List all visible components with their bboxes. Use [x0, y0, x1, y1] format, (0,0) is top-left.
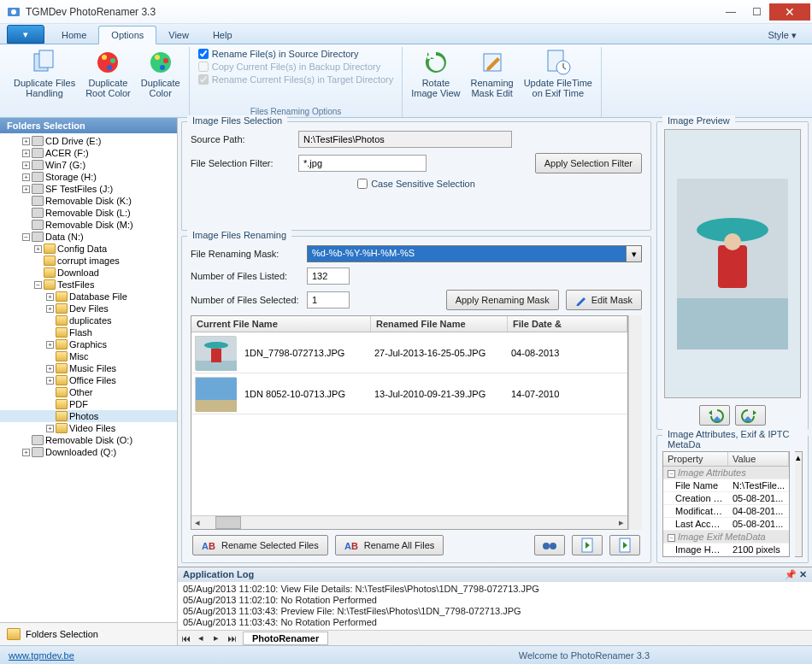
vertical-scrollbar[interactable] — [628, 315, 642, 530]
svg-rect-32 — [718, 245, 747, 288]
file-table[interactable]: Current File Name Renamed File Name File… — [191, 315, 628, 530]
tree-item[interactable]: +Win7 (G:) — [0, 159, 177, 171]
copy-backup-checkbox[interactable]: Copy Current File(s) in Backup Directory — [198, 62, 394, 72]
tree-item[interactable]: −Data (N:) — [0, 231, 177, 243]
maximize-button[interactable]: ☐ — [744, 3, 769, 21]
rename-all-button[interactable]: AB Rename All Files — [335, 535, 444, 555]
rotate-right-button[interactable] — [735, 405, 766, 426]
tree-item[interactable]: +Office Files — [0, 374, 177, 386]
palette-icon — [94, 49, 121, 76]
edit-mask-button[interactable]: Edit Mask — [566, 290, 642, 310]
rotate-view-button[interactable]: Rotate Image View — [408, 47, 463, 100]
mask-dropdown[interactable]: %d-%b-%Y-%H-%M-%S ▾ — [307, 245, 642, 262]
mask-edit-button[interactable]: Renaming Mask Edit — [468, 47, 517, 100]
tree-item[interactable]: Removable Disk (M:) — [0, 219, 177, 231]
apply-filter-button[interactable]: Apply Selection Filter — [535, 153, 642, 173]
case-sensitive-checkbox[interactable]: Case Sensitive Selection — [357, 179, 475, 189]
attr-section[interactable]: −Image Attributes — [663, 467, 789, 479]
log-nav[interactable]: ⏮◂▸⏭ PhotoRenamer — [178, 630, 812, 645]
tab-home[interactable]: Home — [50, 26, 98, 44]
tree-item[interactable]: −TestFiles — [0, 279, 177, 291]
rotate-icon — [422, 49, 450, 76]
tree-item[interactable]: +Dev Files — [0, 303, 177, 314]
folder-pane-header: Folders Selection — [0, 118, 177, 133]
source-path-input[interactable] — [298, 131, 512, 148]
tree-item[interactable]: +Storage (H:) — [0, 171, 177, 183]
drive-icon — [32, 220, 44, 230]
col-date[interactable]: File Date & — [508, 316, 627, 332]
tree-item[interactable]: Removable Disk (L:) — [0, 207, 177, 219]
minimize-button[interactable]: — — [718, 3, 744, 21]
log-tab[interactable]: PhotoRenamer — [243, 632, 328, 645]
tree-item[interactable]: PDF — [0, 398, 177, 410]
tree-item[interactable]: +Graphics — [0, 338, 177, 350]
folder-tree[interactable]: +CD Drive (E:)+ACER (F:)+Win7 (G:)+Stora… — [0, 133, 177, 622]
tree-item[interactable]: Misc — [0, 350, 177, 362]
attr-row: File NameN:\TestFile... — [663, 479, 789, 492]
tree-item[interactable]: +Music Files — [0, 362, 177, 374]
tree-item[interactable]: +Config Data — [0, 243, 177, 255]
svg-rect-3 — [39, 50, 53, 68]
rotate-left-button[interactable] — [699, 405, 730, 426]
tree-item[interactable]: Flash — [0, 326, 177, 338]
rename-selected-button[interactable]: AB Rename Selected Files — [192, 535, 328, 555]
tree-item[interactable]: +Video Files — [0, 422, 177, 434]
tree-item[interactable]: corrupt images — [0, 255, 177, 267]
tree-item[interactable]: Removable Disk (O:) — [0, 434, 177, 446]
menu-bar: ▾ Home Options View Help Style ▾ — [0, 24, 812, 44]
rename-source-checkbox[interactable]: Rename File(s) in Source Directory — [198, 49, 394, 59]
tree-item[interactable]: Download — [0, 267, 177, 279]
tree-item[interactable]: +Database File — [0, 291, 177, 303]
update-filetime-button[interactable]: Update FileTime on Exif Time — [521, 47, 596, 100]
image-renaming-group: Image Files Renaming File Renaming Mask:… — [181, 236, 651, 563]
duplicate-color-button[interactable]: Duplicate Color — [138, 47, 184, 100]
folder-icon — [56, 363, 68, 373]
app-menu-button[interactable]: ▾ — [7, 25, 44, 44]
website-link[interactable]: www.tgmdev.be — [9, 650, 74, 661]
horizontal-scrollbar[interactable]: ◂▸ — [191, 515, 627, 529]
next-file-button[interactable] — [609, 535, 640, 555]
folder-icon — [56, 375, 68, 385]
svg-point-33 — [724, 233, 741, 250]
attr-section[interactable]: −Image Exif MetaData — [663, 531, 789, 544]
folder-pane-footer[interactable]: Folders Selection — [0, 622, 177, 645]
attrs-grid[interactable]: Property Value −Image AttributesFile Nam… — [662, 451, 790, 557]
rotate-left-icon — [705, 408, 724, 423]
palette-icon — [147, 49, 174, 76]
col-renamed[interactable]: Renamed File Name — [371, 316, 508, 332]
tree-item[interactable]: Photos — [0, 410, 177, 422]
filter-input[interactable] — [298, 155, 427, 172]
tree-item[interactable]: +ACER (F:) — [0, 147, 177, 159]
table-row[interactable]: 1DN 8052-10-0713.JPG13-Jul-2010-09-21-39… — [191, 373, 627, 414]
tree-item[interactable]: +SF TestFiles (J:) — [0, 183, 177, 195]
duplicate-root-color-button[interactable]: Duplicate Root Color — [82, 47, 134, 100]
search-button[interactable] — [534, 535, 565, 555]
table-row[interactable]: 1DN_7798-072713.JPG27-Jul-2013-16-25-05.… — [191, 332, 627, 373]
folder-icon — [56, 387, 68, 397]
mask-label: File Renaming Mask: — [191, 249, 300, 259]
folder-icon — [56, 315, 68, 326]
tab-view[interactable]: View — [156, 26, 201, 44]
prev-file-button[interactable] — [572, 535, 603, 555]
duplicate-files-button[interactable]: Duplicate Files Handling — [10, 47, 79, 100]
log-text[interactable]: 05/Aug/2013 11:02:10: View File Details:… — [178, 582, 812, 630]
log-pin-icon[interactable]: 📌 — [785, 569, 797, 580]
vertical-scrollbar[interactable]: ▴ — [795, 451, 803, 557]
folder-icon — [56, 303, 68, 314]
rename-target-checkbox[interactable]: Rename Current Files(s) in Target Direct… — [198, 74, 394, 85]
tab-options[interactable]: Options — [98, 26, 156, 44]
log-close-icon[interactable]: ✕ — [799, 569, 807, 580]
close-button[interactable]: ✕ — [769, 3, 810, 21]
attr-row: Modificatio...04-08-201... — [663, 505, 789, 518]
tree-item[interactable]: Other — [0, 386, 177, 398]
tree-item[interactable]: Removable Disk (K:) — [0, 195, 177, 207]
tree-item[interactable]: +CD Drive (E:) — [0, 135, 177, 147]
col-current[interactable]: Current File Name — [191, 316, 371, 332]
listed-label: Number of Files Listed: — [191, 271, 300, 281]
tab-help[interactable]: Help — [201, 26, 244, 44]
svg-rect-17 — [211, 349, 221, 362]
style-dropdown[interactable]: Style ▾ — [761, 27, 803, 44]
tree-item[interactable]: +Downloaded (Q:) — [0, 446, 177, 458]
tree-item[interactable]: duplicates — [0, 314, 177, 326]
apply-mask-button[interactable]: Apply Renaming Mask — [446, 290, 559, 310]
